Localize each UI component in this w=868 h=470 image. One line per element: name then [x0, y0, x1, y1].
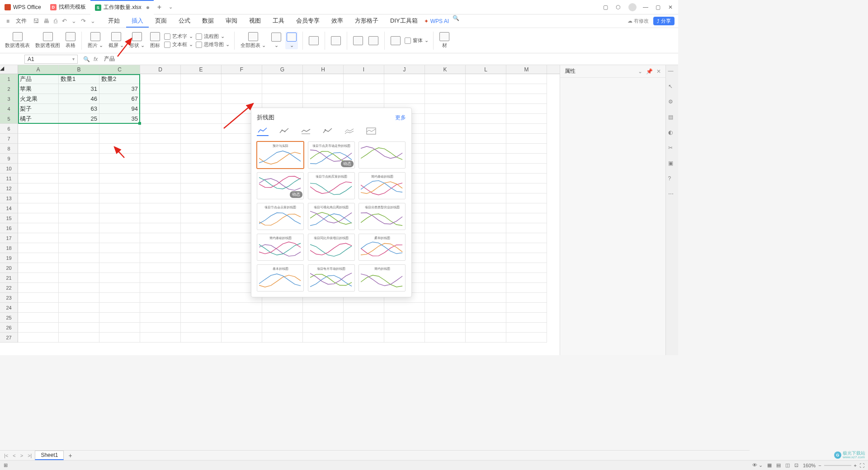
cell[interactable]	[425, 223, 466, 233]
cell[interactable]	[466, 223, 506, 233]
cell[interactable]: 94	[99, 104, 140, 114]
flowchart-button[interactable]: 流程图 ⌄	[196, 33, 230, 40]
minimize-button[interactable]: —	[643, 4, 649, 10]
cell[interactable]	[18, 323, 59, 333]
cell[interactable]	[99, 313, 140, 323]
row-header[interactable]: 13	[0, 193, 18, 203]
cell[interactable]	[18, 253, 59, 263]
cell[interactable]	[18, 233, 59, 243]
cell[interactable]	[506, 124, 547, 134]
cell[interactable]	[262, 333, 303, 343]
symbol-button[interactable]	[367, 35, 380, 46]
cell[interactable]	[466, 263, 506, 273]
cell[interactable]	[466, 233, 506, 243]
cell[interactable]	[303, 333, 344, 343]
collapse-icon[interactable]: —	[668, 68, 676, 76]
cell[interactable]	[140, 203, 181, 213]
cell[interactable]	[140, 323, 181, 333]
cell[interactable]	[140, 94, 181, 104]
cell[interactable]	[466, 303, 506, 313]
row-header[interactable]: 24	[0, 303, 18, 313]
cell[interactable]	[99, 273, 140, 283]
cell[interactable]	[344, 303, 384, 313]
tab-review[interactable]: 审阅	[220, 15, 243, 28]
row-header[interactable]: 21	[0, 273, 18, 283]
mindmap-button[interactable]: 思维导图 ⌄	[196, 41, 230, 48]
cell[interactable]	[59, 134, 99, 144]
col-header[interactable]: F	[222, 65, 262, 74]
cell[interactable]	[140, 134, 181, 144]
cell[interactable]: 37	[99, 84, 140, 94]
cell[interactable]	[181, 84, 222, 94]
cell[interactable]	[506, 94, 547, 104]
cell[interactable]	[59, 164, 99, 174]
cell[interactable]	[181, 213, 222, 223]
cell[interactable]	[59, 174, 99, 183]
chart-thumbnail[interactable]: 基本折线图	[257, 264, 304, 291]
cell[interactable]	[181, 104, 222, 114]
col-header[interactable]: C	[99, 65, 140, 74]
dropdown-icon[interactable]: ⌄	[638, 68, 642, 75]
pivot-chart-button[interactable]: 数据透视图	[34, 31, 61, 50]
tab-wps[interactable]: WPS Office	[0, 0, 46, 14]
cell[interactable]	[18, 144, 59, 154]
cell[interactable]	[262, 94, 303, 104]
cell[interactable]	[140, 183, 181, 193]
cell[interactable]	[140, 144, 181, 154]
cell[interactable]	[506, 134, 547, 144]
col-header[interactable]: A	[18, 65, 59, 74]
tab-squaregrid[interactable]: 方形格子	[349, 15, 384, 28]
cell[interactable]: 梨子	[18, 104, 59, 114]
cell[interactable]	[222, 94, 262, 104]
cell[interactable]	[262, 74, 303, 84]
row-header[interactable]: 26	[0, 323, 18, 333]
cell[interactable]	[181, 193, 222, 203]
cell[interactable]	[506, 333, 547, 343]
cell[interactable]: 数量2	[99, 74, 140, 84]
cell[interactable]	[506, 74, 547, 84]
menu-hamburger-icon[interactable]: ≡	[4, 17, 12, 26]
cell[interactable]: 苹果	[18, 84, 59, 94]
cell[interactable]	[344, 333, 384, 343]
cell[interactable]	[262, 303, 303, 313]
cell[interactable]	[140, 283, 181, 293]
help-icon[interactable]: ?	[668, 175, 676, 183]
cell[interactable]	[140, 333, 181, 343]
file-menu[interactable]: 文件	[13, 16, 29, 26]
cell[interactable]	[506, 293, 547, 303]
chart-thumbnail[interactable]: 项目同比升级增品折线图	[308, 234, 355, 261]
row-header[interactable]: 5	[0, 114, 18, 124]
row-header[interactable]: 1	[0, 74, 18, 84]
cell[interactable]	[466, 183, 506, 193]
add-tab-button[interactable]: +	[154, 3, 165, 11]
cell[interactable]	[425, 263, 466, 273]
cell[interactable]	[18, 263, 59, 273]
cell[interactable]	[140, 124, 181, 134]
cell[interactable]	[59, 223, 99, 233]
cell[interactable]: 63	[59, 104, 99, 114]
cell[interactable]	[425, 183, 466, 193]
cell[interactable]	[506, 233, 547, 243]
formula-input[interactable]: 产品	[101, 55, 678, 63]
tab-workbook[interactable]: S 工作簿数量.xlsx	[90, 0, 154, 14]
row-header[interactable]: 3	[0, 94, 18, 104]
cell[interactable]	[140, 84, 181, 94]
row-header[interactable]: 6	[0, 124, 18, 134]
cell[interactable]	[425, 84, 466, 94]
share-button[interactable]: ⤴ 分享	[653, 17, 675, 25]
cell[interactable]	[425, 193, 466, 203]
col-header[interactable]: E	[181, 65, 222, 74]
cell[interactable]	[344, 84, 384, 94]
save-icon[interactable]: 🖫	[33, 18, 39, 24]
cell[interactable]	[181, 174, 222, 183]
row-header[interactable]: 27	[0, 333, 18, 343]
cell[interactable]	[181, 253, 222, 263]
cell[interactable]	[425, 293, 466, 303]
cell[interactable]	[59, 213, 99, 223]
chart-thumbnail[interactable]	[359, 141, 406, 169]
cell[interactable]	[466, 174, 506, 183]
link-button[interactable]	[330, 35, 342, 46]
cube-icon[interactable]: ⬡	[616, 4, 622, 10]
tab-insert[interactable]: 插入	[126, 15, 149, 28]
textbox-button[interactable]: 文本框 ⌄	[164, 41, 193, 48]
